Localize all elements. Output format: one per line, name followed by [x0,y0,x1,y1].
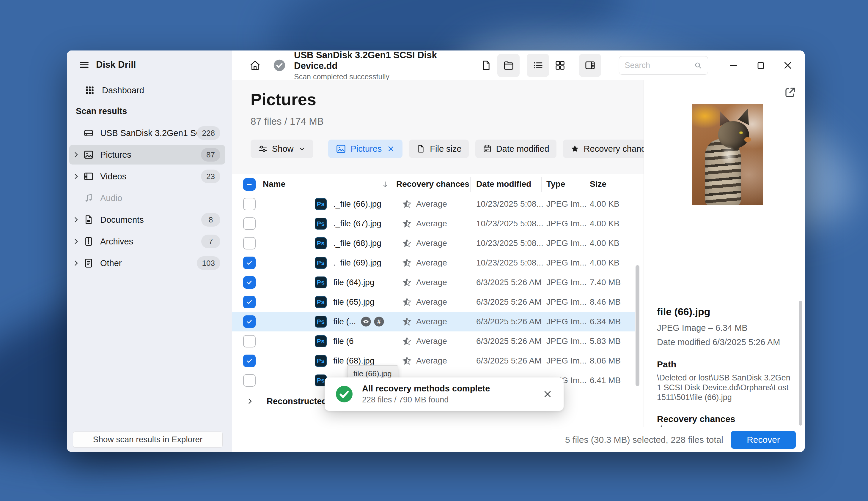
sidebar-item-videos[interactable]: Videos23 [69,167,225,186]
filter-bar: Show PicturesFile sizeDate modifiedRecov… [251,140,635,158]
table-row[interactable]: Psfile (64).jpgAverage6/3/2025 5:26 AMJP… [232,273,635,292]
row-checkbox[interactable] [243,335,255,348]
filter-chip-pictures[interactable]: Pictures [328,140,403,158]
toast-subtitle: 228 files / 790 MB found [362,395,542,405]
file-size-cell: 4.00 KB [590,219,619,228]
scan-status-subtitle: Scan completed successfully [294,73,475,81]
row-checkbox[interactable] [243,374,255,387]
table-row[interactable]: Psfile (65).jpgAverage6/3/2025 5:26 AMJP… [232,292,635,312]
recovery-chance-cell: Average [402,218,447,229]
half-star-icon [402,317,412,327]
table-row[interactable]: Psfile (...#Average6/3/2025 5:26 AMJPEG … [232,312,635,331]
column-header-size[interactable]: Size [590,179,606,189]
column-header-type[interactable]: Type [546,179,565,189]
row-checkbox[interactable] [243,296,255,308]
sidebar-item-label: Audio [100,193,122,203]
row-checkbox[interactable] [243,237,255,249]
maximize-button[interactable] [752,56,769,74]
grid-view-button[interactable] [549,54,571,77]
table-row[interactable]: Psfile (6Average6/3/2025 5:26 AMJPEG Im.… [232,331,635,351]
photoshop-file-icon: Ps [315,355,327,367]
detail-file-name: file (66).jpg [657,306,710,318]
sidebar-item-pictures[interactable]: Pictures87 [69,145,225,164]
main-area: USB SanDisk 3.2Gen1 SCSI Disk Device.dd … [232,51,805,452]
table-header: Name Recovery chances Date modified Type… [232,176,635,193]
column-header-recovery[interactable]: Recovery chances [396,179,469,189]
minimize-button[interactable] [725,56,742,74]
sidebar-item-label: USB SanDisk 3.2Gen1 SCS... [100,128,198,138]
column-header-date[interactable]: Date modified [476,179,531,189]
row-checkbox[interactable] [243,276,255,289]
date-modified-cell: 6/3/2025 5:26 AM [476,337,542,346]
filter-chip-label: File size [430,144,461,154]
sidebar-item-documents[interactable]: Documents8 [69,210,225,230]
show-in-explorer-button[interactable]: Show scan results in Explorer [73,431,223,448]
detail-date-modified: Date modified 6/3/2025 5:26 AM [657,337,780,347]
column-header-name[interactable]: Name [263,179,285,189]
select-all-checkbox[interactable] [243,178,255,191]
list-view-button[interactable] [527,54,549,77]
filter-chip-recovery-chances[interactable]: Recovery chances [563,140,644,158]
details-panel-toggle-button[interactable] [579,54,602,77]
search-input[interactable] [625,61,693,70]
image-icon [83,149,94,160]
file-type-cell: JPEG Im... [546,258,586,268]
sidebar-item-label: Videos [100,172,126,181]
table-row[interactable]: Ps._file (68).jpgAverage10/23/2025 5:08.… [232,233,635,253]
half-star-icon [402,258,412,268]
show-dropdown[interactable]: Show [251,140,313,158]
recover-button[interactable]: Recover [731,431,796,449]
file-type-cell: JPEG Im... [546,219,586,228]
search-icon [693,61,702,70]
count-badge: 7 [201,235,220,248]
file-type-cell: JPEG Im... [546,278,586,287]
toast-close-icon[interactable] [542,389,553,399]
row-checkbox[interactable] [243,198,255,210]
new-file-view-button[interactable] [475,54,498,77]
sidebar-item-archives[interactable]: Archives7 [69,232,225,251]
row-checkbox[interactable] [243,316,255,328]
recovery-chance-cell: Average [402,199,447,209]
preview-image[interactable] [692,104,763,205]
count-badge: 103 [197,256,220,270]
file-size-cell: 5.83 MB [590,337,621,346]
search-box [619,56,708,75]
sidebar-item-label: Other [100,258,122,268]
row-checkbox[interactable] [243,257,255,269]
sidebar-item-usb-sandisk-3-2gen1-scs[interactable]: USB SanDisk 3.2Gen1 SCS...228 [69,123,225,143]
table-row[interactable]: Ps._file (69).jpgAverage10/23/2025 5:08.… [232,253,635,273]
sidebar-item-other[interactable]: Other103 [69,253,225,273]
calendar-icon [482,144,492,153]
table-row[interactable]: Ps._file (67).jpgAverage10/23/2025 5:08.… [232,214,635,233]
file-name: file (... [333,317,356,327]
path-value: \Deleted or lost\USB SanDisk 3.2Gen1 SCS… [657,373,791,402]
home-icon[interactable] [249,59,261,72]
remove-filter-icon[interactable] [386,144,395,153]
close-button[interactable] [780,56,797,74]
filter-chip-date-modified[interactable]: Date modified [475,140,556,158]
sidebar-item-audio[interactable]: Audio [69,188,225,208]
hamburger-menu-icon[interactable] [77,58,91,71]
table-row[interactable]: Psfile (68).jpgAverage6/3/2025 5:26 AMJP… [232,351,635,371]
row-checkbox[interactable] [243,217,255,230]
sidebar-item-label: Pictures [100,150,132,160]
date-modified-cell: 6/3/2025 5:26 AM [476,356,542,365]
list-scrollbar[interactable] [636,265,639,386]
date-modified-cell: 6/3/2025 5:26 AM [476,278,542,287]
sort-arrow-icon [381,180,390,189]
file-type-cell: JPEG Im... [546,317,586,327]
file-size-cell: 4.00 KB [590,238,619,248]
detail-file-type-size: JPEG Image – 6.34 MB [657,323,747,333]
chevron-right-icon [245,396,255,406]
sidebar-item-dashboard[interactable]: Dashboard [69,81,225,99]
scan-results-section-label: Scan results [76,106,127,116]
disk-drill-window: Disk Drill Dashboard Scan results USB Sa… [67,51,805,452]
table-row[interactable]: Ps._file (66).jpgAverage10/23/2025 5:08.… [232,194,635,214]
details-scrollbar[interactable] [799,301,802,426]
recovery-chance-cell: Average [402,336,447,346]
chevron-right-icon [71,237,81,246]
open-external-icon[interactable] [784,86,796,99]
folder-view-button[interactable] [497,54,520,77]
filter-chip-file-size[interactable]: File size [409,140,469,158]
row-checkbox[interactable] [243,355,255,367]
